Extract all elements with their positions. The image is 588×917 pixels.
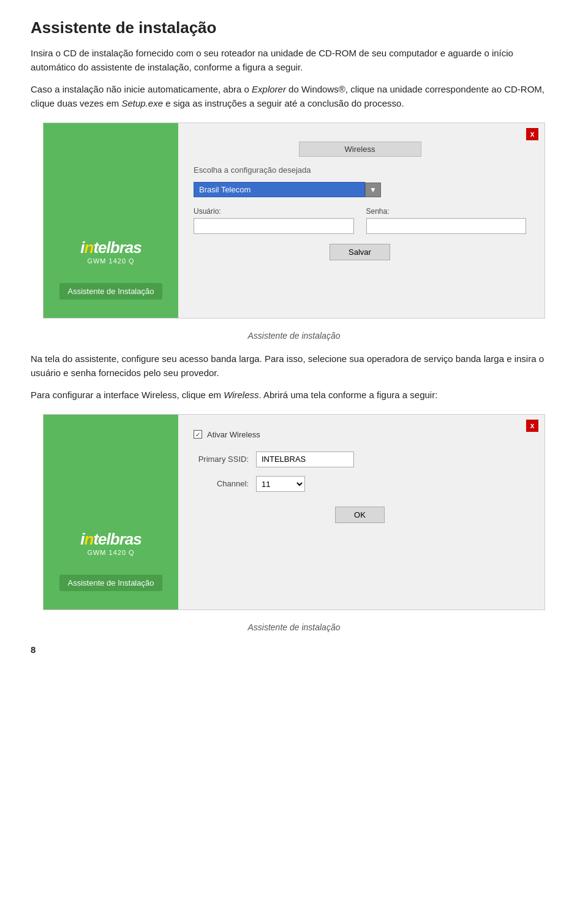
dialog-2: x intelbras GWM 1420 Q Assistente de Ins… xyxy=(43,414,545,610)
dialog-2-caption: Assistente de instalação xyxy=(31,622,557,632)
paragraph-2: Caso a instalação não inicie automaticam… xyxy=(31,82,557,111)
dialog-2-channel-label: Channel: xyxy=(194,479,249,488)
dialog-2-ok-button[interactable]: OK xyxy=(335,507,385,523)
dialog-1-caption: Assistente de instalação xyxy=(31,331,557,341)
dialog-1-senha-input[interactable] xyxy=(366,218,527,234)
dialog-1-senha-field: Senha: xyxy=(366,207,527,234)
paragraph-3: Na tela do assistente, configure seu ace… xyxy=(31,352,557,380)
dialog-2-assistant-label: Assistente de Instalação xyxy=(59,575,163,591)
dialog-1-logo: intelbras xyxy=(80,238,141,257)
dialog-1-usuario-field: Usuário: xyxy=(194,207,354,234)
dropdown-arrow-icon[interactable]: ▼ xyxy=(365,183,381,197)
dialog-1-usuario-input[interactable] xyxy=(194,218,354,234)
dialog-2-ssid-row: Primary SSID: xyxy=(194,451,526,467)
dialog-1-usuario-label: Usuário: xyxy=(194,207,354,216)
dialog-1-title: Wireless xyxy=(299,142,421,157)
dialog-1-assistant-label: Assistente de Instalação xyxy=(59,283,163,300)
dialog-2-left-panel: intelbras GWM 1420 Q Assistente de Insta… xyxy=(43,415,178,609)
dialog-2-channel-select[interactable]: 11 xyxy=(256,476,305,492)
dialog-1-left-panel: intelbras GWM 1420 Q Assistente de Insta… xyxy=(43,123,178,318)
paragraph-1: Insira o CD de instalação fornecido com … xyxy=(31,46,557,75)
dialog-2-model: GWM 1420 Q xyxy=(87,549,134,556)
paragraph-4: Para configurar a interface Wireless, cl… xyxy=(31,388,557,402)
dialog-2-right-panel: ✓ Ativar Wireless Primary SSID: Channel:… xyxy=(178,415,545,609)
dialog-1-close-button[interactable]: x xyxy=(526,128,538,140)
page-number: 8 xyxy=(31,644,557,655)
dialog-2-channel-row: Channel: 11 xyxy=(194,476,526,492)
dialog-1-dropdown-row: Brasil Telecom ▼ xyxy=(194,182,526,197)
dialog-2-ssid-input[interactable] xyxy=(256,451,354,467)
dialog-2-logo: intelbras xyxy=(80,530,141,549)
dialog-2-ssid-label: Primary SSID: xyxy=(194,455,249,464)
dialog-1-model: GWM 1420 Q xyxy=(87,257,134,265)
dialog-1: x intelbras GWM 1420 Q Assistente de Ins… xyxy=(43,123,545,319)
dialog-1-fields: Usuário: Senha: xyxy=(194,207,526,234)
dialog-1-save-button[interactable]: Salvar xyxy=(330,244,390,260)
dialog-1-right-panel: Wireless Escolha a configuração desejada… xyxy=(178,123,545,318)
dialog-1-provider-dropdown[interactable]: Brasil Telecom xyxy=(194,182,365,197)
dialog-2-checkbox-row: ✓ Ativar Wireless xyxy=(194,430,526,439)
dialog-2-checkbox-label: Ativar Wireless xyxy=(207,430,260,439)
dialog-2-close-button[interactable]: x xyxy=(526,420,538,432)
dialog-1-subtitle: Escolha a configuração desejada xyxy=(194,165,526,175)
page-title: Assistente de instalação xyxy=(31,18,557,37)
dialog-1-senha-label: Senha: xyxy=(366,207,527,216)
dialog-2-checkbox[interactable]: ✓ xyxy=(194,430,202,439)
